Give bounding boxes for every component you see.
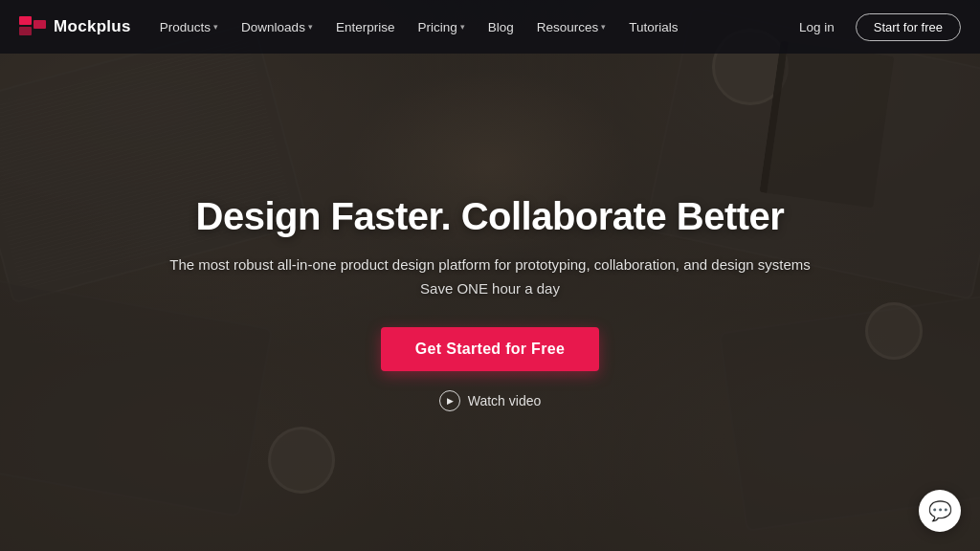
nav-blog[interactable]: Blog [479,14,523,40]
watch-video-link[interactable]: ▶ Watch video [439,390,542,411]
nav-links: Products ▾ Downloads ▾ Enterprise Pricin… [150,14,790,40]
nav-products[interactable]: Products ▾ [150,14,228,40]
get-started-button[interactable]: Get Started for Free [381,327,599,371]
resources-chevron-icon: ▾ [601,22,606,32]
login-button[interactable]: Log in [790,14,844,40]
nav-downloads[interactable]: Downloads ▾ [232,14,323,40]
hero-content: Design Faster. Collaborate Better The mo… [0,0,980,551]
svg-rect-0 [19,16,32,25]
chat-widget[interactable]: 💬 [919,490,961,532]
nav-pricing[interactable]: Pricing ▾ [408,14,474,40]
nav-resources[interactable]: Resources ▾ [527,14,616,40]
navbar: Mockplus Products ▾ Downloads ▾ Enterpri… [0,0,980,54]
logo-icon [19,16,46,37]
nav-tutorials[interactable]: Tutorials [619,14,687,40]
logo-text: Mockplus [54,17,131,36]
svg-rect-2 [33,20,46,29]
nav-enterprise[interactable]: Enterprise [326,14,405,40]
logo[interactable]: Mockplus [19,16,131,37]
hero-title: Design Faster. Collaborate Better [196,193,785,239]
play-icon: ▶ [439,390,460,411]
nav-actions: Log in Start for free [790,13,961,41]
start-for-free-button[interactable]: Start for free [856,13,961,41]
chat-icon: 💬 [928,499,952,522]
watch-video-label: Watch video [468,393,542,408]
svg-rect-1 [19,27,32,35]
hero-subtitle: The most robust all-in-one product desig… [169,256,811,273]
hero-tagline: Save ONE hour a day [420,280,560,297]
downloads-chevron-icon: ▾ [308,22,313,32]
pricing-chevron-icon: ▾ [460,22,465,32]
products-chevron-icon: ▾ [213,22,218,32]
